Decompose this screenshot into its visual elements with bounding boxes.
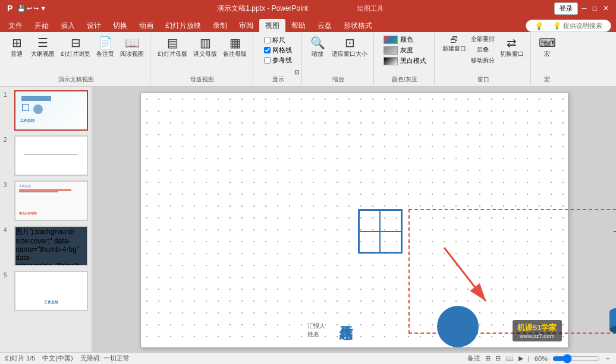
thumb-title-bar [21, 96, 51, 101]
help-search[interactable]: 💡 💡 提供说明搜索 [526, 20, 611, 32]
btn-fit-label: 适应窗口大小 [332, 50, 367, 58]
slide-thumb-4[interactable]: 4 图片');background-size:cover;" data-name… [2, 224, 89, 267]
red-arrow-svg [408, 242, 527, 319]
shape-person-right[interactable] [602, 209, 617, 257]
undo-icon[interactable]: ↩ [27, 5, 32, 12]
btn-notes-page[interactable]: 📄 备注页 [94, 34, 117, 59]
move-split-label: 移动拆分 [471, 56, 495, 65]
save-icon[interactable]: 💾 [17, 5, 26, 12]
tab-review[interactable]: 审阅 [233, 19, 259, 32]
thumb-3-line2 [19, 191, 58, 192]
btn-slide-browse-label: 幻灯片浏览 [61, 50, 90, 58]
btn-outline[interactable]: ☰ 大纲视图 [29, 34, 57, 59]
tab-shape-format[interactable]: 形状格式 [338, 19, 378, 32]
tab-slideshow[interactable]: 幻灯片放映 [159, 19, 207, 32]
group-window: 🗗 新建窗口 全部重排 层叠 移动拆分 ⇄ 切换窗口 窗口 [436, 33, 531, 85]
btn-arrange-all[interactable]: 全部重排 [469, 34, 496, 44]
slide-image-1[interactable]: ★ 工作总结 [14, 90, 88, 131]
tab-help[interactable]: 帮助 [285, 19, 312, 32]
tab-file[interactable]: 文件 [2, 19, 29, 32]
btn-fit-window[interactable]: ⊡ 适应窗口大小 [329, 34, 370, 59]
slide-image-4[interactable]: 图片');background-size:cover;" data-name="… [14, 226, 88, 266]
color-swatch-box [384, 36, 398, 44]
grid-cell-2 [380, 210, 401, 232]
tab-animation[interactable]: 动画 [133, 19, 159, 32]
btn-reading-view[interactable]: 📖 阅读视图 [118, 34, 146, 59]
tab-view[interactable]: 视图 [259, 19, 285, 32]
grid-cell-4 [380, 232, 401, 253]
checkbox-guides[interactable]: 参考线 [264, 56, 292, 65]
btn-notes-master-label: 备注母版 [223, 50, 247, 58]
thumb-shapes [21, 103, 30, 112]
gridlines-checkbox[interactable] [264, 47, 271, 53]
slide-image-5[interactable]: 工作总结 [14, 271, 88, 311]
group-presentation-label: 演示文稿视图 [58, 75, 94, 84]
btn-move-split[interactable]: 移动拆分 [469, 56, 496, 65]
color-option[interactable]: 颜色 [382, 34, 428, 45]
svg-line-1 [444, 248, 486, 301]
group-macro: ⌨ 宏 宏 [532, 33, 562, 85]
switch-icon: ⇄ [507, 36, 517, 50]
btn-macro[interactable]: ⌨ 宏 [536, 34, 558, 59]
slide-thumb-2[interactable]: 2 [2, 134, 89, 177]
thumb-content-3: 工作总结 痛点分析报告 [15, 182, 87, 220]
slide-thumb-3[interactable]: 3 ★ 工作总结 痛点分析报告 [2, 179, 89, 222]
btn-normal[interactable]: ⊞ 普通 [6, 34, 27, 59]
view-presenter-icon[interactable]: ▶ [518, 354, 523, 362]
restore-icon[interactable]: □ [590, 4, 599, 12]
tab-transition[interactable]: 切换 [107, 19, 133, 32]
gridlines-label: 网格线 [272, 46, 292, 55]
display-expand-icon[interactable]: ⊡ [294, 69, 299, 75]
text-reporter[interactable]: 汇报人 姓名 [307, 322, 325, 338]
group-master-view: ▤ 幻灯片母版 ▥ 讲义母版 ▦ 备注母版 母版视图 [152, 33, 253, 85]
minimize-icon[interactable]: ─ [579, 4, 589, 12]
zoom-slider[interactable] [552, 355, 600, 362]
customize-icon[interactable]: ▼ [40, 5, 46, 12]
main-area: 1 ★ 工作总结 2 [0, 87, 616, 352]
login-button[interactable]: 登录 [554, 2, 578, 15]
guides-checkbox[interactable] [264, 57, 271, 64]
ruler-checkbox[interactable] [264, 37, 271, 43]
tab-start[interactable]: 开始 [29, 19, 55, 32]
color-label: 颜色 [400, 35, 413, 44]
slide-image-2[interactable] [14, 135, 88, 176]
zoom-plus-icon[interactable]: ＋ [605, 354, 611, 363]
shape-grid-left[interactable] [358, 209, 403, 254]
person-svg [602, 209, 617, 257]
canvas-area[interactable]: 汇报人 姓名 工作总结 工作总结 工作总结 单击此处添加副标题内容 单击此处 [92, 87, 616, 352]
btn-new-window[interactable]: 🗗 新建窗口 [441, 34, 468, 53]
btn-slide-master[interactable]: ▤ 幻灯片母版 [155, 34, 190, 59]
btn-cascade[interactable]: 层叠 [469, 45, 496, 55]
btn-notes-master[interactable]: ▦ 备注母版 [221, 34, 249, 59]
tab-insert[interactable]: 插入 [55, 19, 81, 32]
bw-option[interactable]: 黑白模式 [382, 56, 428, 66]
ribbon-tabs: 文件 开始 插入 设计 切换 动画 幻灯片放映 录制 审阅 视图 帮助 云盘 形… [0, 17, 616, 32]
btn-normal-label: 普通 [11, 50, 23, 58]
tab-record[interactable]: 录制 [207, 19, 233, 32]
redo-icon[interactable]: ↪ [33, 5, 39, 12]
fit-window-icon: ⊡ [345, 36, 355, 50]
grayscale-option[interactable]: 灰度 [382, 45, 428, 55]
view-browse-icon[interactable]: ⊟ [495, 354, 501, 362]
notes-button[interactable]: 备注 [467, 354, 480, 363]
shape-circle[interactable] [437, 306, 479, 347]
close-icon[interactable]: ✕ [601, 4, 611, 12]
slide-thumb-1[interactable]: 1 ★ 工作总结 [2, 89, 89, 132]
btn-slide-browse[interactable]: ⊟ 幻灯片浏览 [58, 34, 93, 59]
view-normal-icon[interactable]: ⊞ [485, 354, 491, 362]
checkbox-ruler[interactable]: 标尺 [264, 36, 292, 45]
grayscale-label: 灰度 [400, 46, 413, 55]
btn-handout-master[interactable]: ▥ 讲义母版 [191, 34, 219, 59]
btn-switch-window[interactable]: ⇄ 切换窗口 [498, 34, 526, 59]
tab-cloud[interactable]: 云盘 [312, 19, 338, 32]
slide-image-3[interactable]: ★ 工作总结 痛点分析报告 [14, 181, 88, 221]
group-master-label: 母版视图 [190, 75, 214, 84]
checkbox-gridlines[interactable]: 网格线 [264, 46, 292, 55]
shape-cylinder[interactable] [608, 306, 617, 335]
btn-zoom[interactable]: 🔍 缩放 [307, 34, 328, 59]
status-bar-right: 备注 ⊞ ⊟ 📖 ▶ | 60% ＋ [467, 354, 611, 363]
title-bar-left: P 💾 ↩ ↪ ▼ [5, 4, 46, 13]
tab-design[interactable]: 设计 [81, 19, 107, 32]
view-reading-icon[interactable]: 📖 [505, 354, 514, 362]
slide-thumb-5[interactable]: 5 工作总结 [2, 270, 89, 312]
